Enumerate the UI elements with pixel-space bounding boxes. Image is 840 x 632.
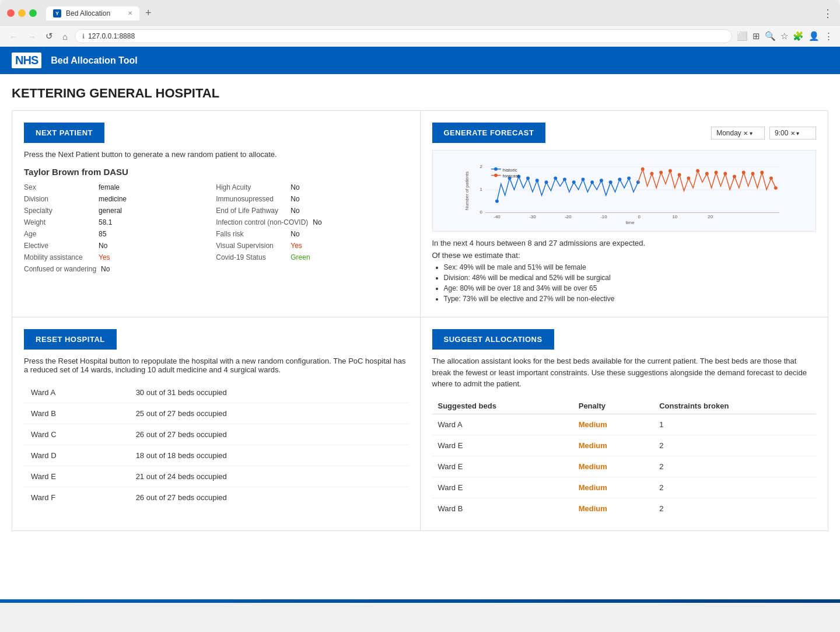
patient-field-label: Covid-19 Status: [216, 253, 286, 261]
patient-field-value: No: [290, 195, 299, 203]
patient-field-value: medicine: [99, 195, 127, 203]
profile-icon[interactable]: 👤: [808, 31, 820, 41]
suggestion-ward: Ward E: [432, 435, 573, 456]
svg-point-23: [563, 177, 566, 181]
patient-field-value: female: [99, 183, 120, 191]
ward-occupancy: 30 out of 31 beds occupied: [129, 382, 408, 403]
patient-field-value: No: [290, 230, 299, 238]
svg-point-27: [599, 179, 603, 182]
maximize-button[interactable]: [29, 9, 37, 17]
svg-point-28: [608, 180, 612, 184]
minimize-button[interactable]: [18, 9, 26, 17]
patient-col-right: High AcuityNoImmunosupressedNoEnd of Lif…: [216, 183, 408, 274]
ward-name: Ward E: [24, 466, 129, 487]
reset-hospital-panel: RESET HOSPITAL Press the Reset Hospital …: [12, 317, 421, 530]
svg-point-39: [705, 172, 708, 176]
cast-icon[interactable]: ⬜: [737, 31, 748, 41]
svg-point-25: [581, 177, 584, 181]
apps-icon[interactable]: ⊞: [752, 31, 760, 41]
suggestion-constraints: 2: [653, 435, 816, 456]
patient-row: Age85: [24, 229, 216, 239]
app-title: Bed Allocation Tool: [51, 55, 137, 66]
chart-svg: Number of patients 2 1 0 -40 -30 -20 -10: [439, 156, 810, 225]
patient-field-value: general: [99, 207, 122, 215]
patient-row: ImmunosupressedNo: [216, 194, 408, 204]
more-icon[interactable]: ⋮: [824, 31, 833, 41]
home-button[interactable]: ⌂: [60, 30, 70, 43]
suggestion-ward: Ward A: [432, 414, 573, 435]
svg-text:10: 10: [672, 214, 677, 219]
forecast-item: Division: 48% will be medical and 52% wi…: [444, 274, 817, 282]
bottom-divider: [0, 599, 840, 603]
bookmark-icon[interactable]: ☆: [780, 31, 788, 41]
svg-point-26: [590, 180, 594, 184]
new-tab-button[interactable]: +: [142, 6, 155, 20]
back-button[interactable]: ←: [7, 30, 20, 43]
svg-text:forecast: forecast: [502, 173, 519, 179]
svg-point-45: [760, 171, 764, 174]
patient-field-value: Yes: [99, 253, 110, 261]
extensions-icon[interactable]: 🧩: [793, 31, 804, 41]
ward-name: Ward D: [24, 445, 129, 466]
forecast-list: Sex: 49% will be male and 51% will be fe…: [432, 263, 817, 303]
time-select[interactable]: 9:00 ✕ ▾: [769, 127, 816, 139]
next-patient-button[interactable]: NEXT PATIENT: [24, 123, 104, 143]
browser-window: Y Bed Allocation ✕ + ⋮ ← → ↺ ⌂ ℹ 127.0.0…: [0, 0, 840, 47]
refresh-button[interactable]: ↺: [43, 30, 55, 43]
suggestion-constraints: 2: [653, 456, 816, 477]
patient-row: Covid-19 StatusGreen: [216, 253, 408, 262]
svg-point-52: [494, 174, 498, 177]
ward-name: Ward B: [24, 403, 129, 424]
patient-row: ElectiveNo: [24, 241, 216, 250]
svg-point-41: [723, 172, 727, 176]
suggestion-row: Ward EMedium2: [432, 435, 817, 456]
patient-col-left: SexfemaleDivisionmedicineSpecialtygenera…: [24, 183, 216, 274]
svg-point-29: [618, 177, 621, 181]
generate-forecast-button[interactable]: GENERATE FORECAST: [432, 123, 546, 143]
close-button[interactable]: [7, 9, 15, 17]
zoom-icon[interactable]: 🔍: [765, 31, 776, 41]
forecast-intro: In the next 4 hours between 8 and 27 adm…: [432, 239, 817, 247]
svg-text:20: 20: [708, 214, 713, 219]
svg-point-35: [668, 169, 671, 173]
patient-field-value: No: [99, 242, 107, 250]
suggestion-ward: Ward E: [432, 477, 573, 498]
svg-text:1: 1: [480, 187, 482, 192]
suggest-allocations-button[interactable]: SUGGEST ALLOCATIONS: [432, 329, 554, 350]
svg-text:-20: -20: [565, 214, 572, 219]
ward-row: Ward F26 out of 27 beds occupied: [24, 487, 408, 508]
svg-text:-10: -10: [600, 214, 607, 219]
nhs-header: NHS Bed Allocation Tool: [0, 47, 840, 74]
ward-name: Ward A: [24, 382, 129, 403]
ward-row: Ward A30 out of 31 beds occupied: [24, 382, 408, 403]
forecast-header: GENERATE FORECAST Monday ✕ ▾ 9:00 ✕ ▾: [432, 123, 817, 143]
svg-text:0: 0: [480, 209, 482, 215]
svg-text:0: 0: [638, 214, 640, 219]
suggestion-constraints: 2: [653, 498, 816, 519]
tab-bar: Y Bed Allocation ✕ +: [46, 6, 818, 20]
reset-hospital-button[interactable]: RESET HOSPITAL: [24, 329, 117, 350]
patient-field-label: Confused or wandering: [24, 265, 96, 273]
patient-field-label: Sex: [24, 183, 94, 191]
svg-point-19: [526, 176, 530, 180]
svg-text:Number of patients: Number of patients: [464, 172, 469, 210]
svg-point-24: [572, 180, 575, 184]
forward-button[interactable]: →: [25, 30, 38, 43]
address-bar[interactable]: ℹ 127.0.0.1:8888: [75, 29, 732, 43]
forecast-panel: GENERATE FORECAST Monday ✕ ▾ 9:00 ✕ ▾ Nu…: [421, 111, 828, 317]
suggestion-row: Ward EMedium2: [432, 477, 817, 498]
svg-text:historic: historic: [502, 167, 517, 173]
patient-field-value: No: [313, 218, 321, 226]
patient-field-label: Division: [24, 195, 94, 203]
patient-field-value: No: [290, 207, 299, 215]
active-tab[interactable]: Y Bed Allocation ✕: [46, 6, 139, 20]
patient-field-label: Mobility assistance: [24, 253, 94, 261]
patient-field-label: Visual Supervision: [216, 242, 286, 250]
day-select[interactable]: Monday ✕ ▾: [711, 127, 765, 139]
forecast-item: Age: 80% will be over 18 and 34% will be…: [444, 284, 817, 292]
patient-row: End of Life PathwayNo: [216, 206, 408, 215]
svg-point-37: [687, 176, 690, 180]
tab-close-icon[interactable]: ✕: [128, 10, 132, 16]
ward-occupancy: 26 out of 27 beds occupied: [129, 424, 408, 445]
ward-occupancy: 26 out of 27 beds occupied: [129, 487, 408, 508]
